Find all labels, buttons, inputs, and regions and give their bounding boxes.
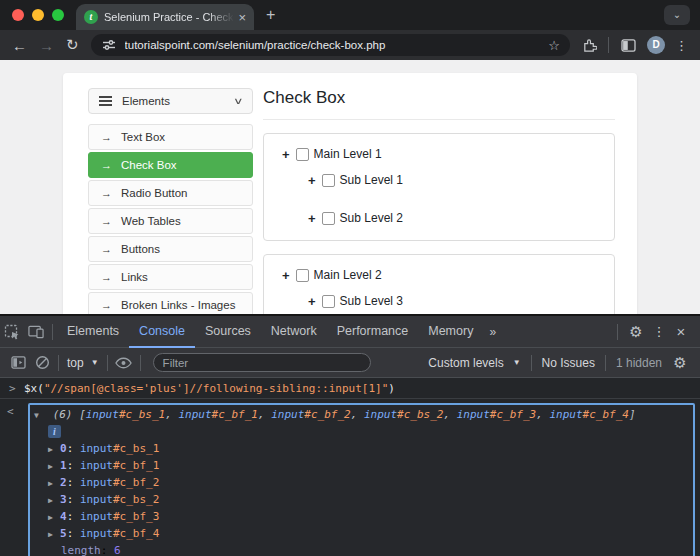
checkbox-group: +Main Level 1+Sub Level 1+Sub Level 2 — [263, 133, 615, 241]
site-settings-icon[interactable] — [101, 37, 117, 53]
side-panel-icon[interactable] — [619, 33, 637, 57]
comma: , — [165, 408, 178, 421]
console-filter-input[interactable] — [153, 353, 371, 372]
hidden-messages-badge[interactable]: 1 hidden — [616, 356, 662, 370]
more-tabs-icon[interactable]: » — [483, 325, 501, 339]
expand-triangle-icon[interactable]: ▶ — [48, 441, 60, 458]
sidebar-item-buttons[interactable]: →Buttons — [88, 236, 253, 262]
javascript-context-selector[interactable]: top — [67, 356, 84, 370]
browser-tab[interactable]: t Selenium Practice - Check B × — [76, 4, 254, 30]
extensions-icon[interactable] — [580, 33, 598, 57]
console-settings-icon[interactable]: ⚙ — [668, 354, 692, 372]
array-item-row[interactable]: ▶5: input#c_bf_4 — [48, 525, 689, 542]
sidebar-item-label: Buttons — [121, 243, 160, 255]
new-tab-button[interactable]: + — [266, 6, 275, 24]
arrow-right-icon: → — [101, 243, 112, 255]
array-item-row[interactable]: ▶4: input#c_bf_3 — [48, 508, 689, 525]
console-sidebar-icon[interactable] — [6, 351, 30, 375]
sidebar-item-web-tables[interactable]: →Web Tables — [88, 208, 253, 234]
expand-triangle-icon[interactable]: ▶ — [48, 492, 60, 509]
sidebar-item-label: Radio Button — [121, 187, 188, 199]
sidebar-item-label: Text Box — [121, 131, 165, 143]
result-preview-row[interactable]: ▼ (6) [input#c_bs_1, input#c_bf_1, input… — [34, 406, 689, 423]
tab-search-chevron-icon[interactable]: ⌄ — [664, 5, 690, 25]
expand-triangle-icon[interactable]: ▶ — [48, 509, 60, 526]
console-messages: > $x("//span[@class='plus']//following-s… — [0, 378, 700, 556]
bracket: [ — [79, 408, 86, 421]
address-bar[interactable]: tutorialspoint.com/selenium/practice/che… — [91, 34, 570, 56]
expand-plus-icon[interactable]: + — [282, 147, 290, 162]
devtools-tab-performance[interactable]: Performance — [327, 316, 419, 348]
live-expression-eye-icon[interactable] — [112, 351, 136, 375]
array-item-row[interactable]: ▶3: input#c_bs_2 — [48, 491, 689, 508]
sidebar-item-radio-button[interactable]: →Radio Button — [88, 180, 253, 206]
devtools-tab-memory[interactable]: Memory — [418, 316, 483, 348]
node-id: #c_bf_4 — [583, 408, 629, 421]
arrow-right-icon: → — [101, 215, 112, 227]
expand-triangle-icon[interactable]: ▶ — [48, 475, 60, 492]
devtools-settings-icon[interactable]: ⚙ — [624, 323, 648, 341]
comma: , — [258, 408, 271, 421]
devtools-tab-sources[interactable]: Sources — [195, 316, 261, 348]
node-id: #c_bs_2 — [113, 493, 159, 506]
page-content: Check Box +Main Level 1+Sub Level 1+Sub … — [263, 88, 615, 314]
node-tag: input — [80, 493, 113, 506]
node-tag: input — [80, 510, 113, 523]
issues-counter[interactable]: No Issues — [542, 356, 595, 370]
array-item-row[interactable]: ▶2: input#c_bf_2 — [48, 474, 689, 491]
forward-button[interactable]: → — [39, 37, 54, 54]
reload-button[interactable]: ↻ — [66, 36, 79, 54]
arrow-right-icon: → — [101, 299, 112, 311]
checkbox[interactable] — [322, 212, 335, 225]
info-icon[interactable]: i — [48, 425, 61, 438]
colon: : — [67, 493, 80, 506]
window-zoom-button[interactable] — [52, 9, 64, 21]
checkbox[interactable] — [296, 269, 309, 282]
site-favicon: t — [84, 10, 98, 24]
devtools-tab-network[interactable]: Network — [261, 316, 327, 348]
window-controls — [12, 9, 64, 21]
log-levels-dropdown[interactable]: Custom levels — [428, 356, 503, 370]
checkbox[interactable] — [322, 295, 335, 308]
device-toolbar-icon[interactable] — [24, 320, 48, 344]
devtools-close-icon[interactable]: × — [670, 323, 692, 340]
bookmark-star-icon[interactable]: ☆ — [548, 38, 560, 53]
expand-triangle-icon[interactable]: ▶ — [48, 526, 60, 543]
content-card: Elements ∨ →Text Box→Check Box→Radio But… — [63, 73, 637, 314]
devtools-menu-icon[interactable]: ⋮ — [650, 324, 668, 339]
collapse-triangle-icon[interactable]: ▼ — [34, 407, 46, 424]
sidebar-item-check-box[interactable]: →Check Box — [88, 152, 253, 178]
array-item-row[interactable]: ▶1: input#c_bf_1 — [48, 457, 689, 474]
profile-avatar[interactable]: D — [647, 36, 665, 54]
arrow-right-icon: → — [101, 187, 112, 199]
sidebar-header[interactable]: Elements ∨ — [88, 88, 253, 114]
toolbar-divider — [608, 37, 609, 53]
expand-triangle-icon[interactable]: ▶ — [48, 458, 60, 475]
inspect-element-icon[interactable] — [0, 320, 24, 344]
expand-plus-icon[interactable]: + — [308, 294, 316, 309]
browser-tab-strip: t Selenium Practice - Check B × + ⌄ — [0, 0, 700, 30]
expand-plus-icon[interactable]: + — [308, 173, 316, 188]
sidebar-item-text-box[interactable]: →Text Box — [88, 124, 253, 150]
checkbox[interactable] — [322, 174, 335, 187]
checkbox[interactable] — [296, 148, 309, 161]
array-item-row[interactable]: ▶0: input#c_bs_1 — [48, 440, 689, 457]
devtools-tab-elements[interactable]: Elements — [57, 316, 129, 348]
sidebar-item-broken-links-images[interactable]: →Broken Links - Images — [88, 292, 253, 314]
window-close-button[interactable] — [12, 9, 24, 21]
window-minimize-button[interactable] — [32, 9, 44, 21]
console-command[interactable]: > $x("//span[@class='plus']//following-s… — [0, 378, 700, 399]
devtools-tab-console[interactable]: Console — [129, 316, 195, 348]
expand-plus-icon[interactable]: + — [308, 211, 316, 226]
return-marker-icon: < — [7, 405, 14, 418]
clear-console-icon[interactable] — [30, 351, 54, 375]
node-id: #c_bf_1 — [113, 459, 159, 472]
sidebar-item-links[interactable]: →Links — [88, 264, 253, 290]
result-object[interactable]: ▼ (6) [input#c_bs_1, input#c_bf_1, input… — [28, 403, 695, 556]
arrow-right-icon: → — [101, 271, 112, 283]
expand-plus-icon[interactable]: + — [282, 268, 290, 283]
item-index: 5 — [60, 527, 67, 540]
tab-close-icon[interactable]: × — [238, 10, 246, 25]
back-button[interactable]: ← — [12, 37, 27, 54]
browser-menu-icon[interactable]: ⋮ — [675, 38, 688, 53]
